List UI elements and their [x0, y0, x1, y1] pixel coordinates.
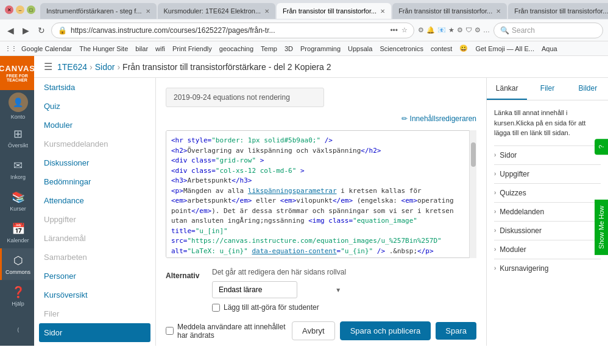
url-bar[interactable]: 🔒 https://canvas.instructure.com/courses… — [51, 23, 414, 38]
sidenav-diskussioner[interactable]: Diskussioner — [34, 153, 155, 172]
maximize-button[interactable]: □ — [27, 5, 35, 14]
inbox-icon: ✉ — [13, 159, 23, 172]
bookmark-3d[interactable]: 3D — [281, 44, 296, 54]
bookmark-print[interactable]: Print Friendly — [169, 44, 215, 54]
bookmark-hunger-site[interactable]: The Hunger Site — [76, 44, 131, 54]
html-editor[interactable]: <hr style="border: 1px solid#5b9aa0;" />… — [166, 130, 476, 258]
expand-uppgifter-label: Uppgifter — [500, 170, 529, 178]
nav-item-inbox[interactable]: ✉ Inkorg — [0, 153, 34, 185]
bookmark-aqua[interactable]: Aqua — [539, 44, 560, 54]
browser-extension-icons: ⚙🔔📧★⚙🛡⚙… — [418, 26, 490, 34]
expand-moduler[interactable]: › Moduler — [494, 240, 601, 259]
todo-checkbox-row: Lägg till att-göra för studenter — [212, 303, 346, 312]
bookmark-programming[interactable]: Programming — [297, 44, 344, 54]
notify-checkbox[interactable] — [166, 327, 174, 335]
hamburger-menu[interactable]: ☰ — [44, 61, 52, 72]
security-icon: 🔒 — [58, 26, 67, 35]
sidenav-attendance[interactable]: Attendance — [34, 191, 155, 210]
tab-4[interactable]: Från transistor till transistorfor... ✕ — [392, 3, 507, 19]
expand-quizzes[interactable]: › Quizzes — [494, 183, 601, 202]
bookmark-contest[interactable]: contest — [428, 44, 455, 54]
nav-collapse[interactable]: ⟨ — [0, 314, 34, 346]
search-bar[interactable]: 🔍 Search — [493, 23, 603, 38]
tab-1[interactable]: Instrumentförstärkaren - steg f... ✕ — [40, 3, 157, 19]
show-me-how-button[interactable]: Show Me How — [595, 200, 608, 255]
sidenav-quiz[interactable]: Quiz — [34, 97, 155, 116]
nav-label-inbox: Inkorg — [10, 174, 26, 180]
sidenav-sidor[interactable]: Sidor — [39, 323, 150, 342]
sidenav-startsida[interactable]: Startsida — [34, 78, 155, 97]
nav-label-help: Hjälp — [12, 301, 24, 307]
expand-meddelanden[interactable]: › Meddelanden — [494, 202, 601, 221]
editor-scrollbar[interactable] — [469, 130, 476, 258]
tab-3-close[interactable]: ✕ — [380, 8, 385, 15]
tab-2[interactable]: Kursmoduler: 1TE624 Elektron... ✕ — [158, 3, 276, 19]
forward-button[interactable]: ▶ — [20, 24, 32, 37]
sidenav-kursoversikt[interactable]: Kursöversikt — [34, 285, 155, 304]
nav-item-commons[interactable]: ⬡ Commons — [0, 248, 34, 280]
bookmark-geocaching[interactable]: geocaching — [216, 44, 256, 54]
collapse-icon: ⟨ — [17, 327, 19, 333]
bookmark-uppsala[interactable]: Uppsala — [345, 44, 375, 54]
nav-label-account: Konto — [11, 114, 26, 120]
bookmark-wifi[interactable]: wifi — [152, 44, 168, 54]
nav-item-courses[interactable]: 📚 Kurser — [0, 185, 34, 217]
save-publish-button[interactable]: Spara och publicera — [340, 321, 431, 340]
reload-button[interactable]: ↻ — [35, 24, 48, 37]
save-button[interactable]: Spara — [436, 322, 476, 340]
bookmarks-bar: ⋮⋮ Google Calendar The Hunger Site bilar… — [0, 41, 608, 56]
bookmark-emoji[interactable]: 😀 — [456, 43, 471, 54]
bookmark-google-calendar[interactable]: Google Calendar — [18, 44, 75, 54]
sidenav-filer: Filer — [34, 304, 155, 323]
tab-files[interactable]: Filer — [527, 78, 567, 100]
role-dropdown[interactable]: Alla Endast lärare Administratörer — [212, 281, 297, 298]
help-sidebar-button[interactable]: ? — [595, 139, 608, 155]
tab-1-label: Instrumentförstärkaren - steg f... — [46, 7, 142, 15]
tab-1-close[interactable]: ✕ — [146, 8, 150, 15]
todo-checkbox-label: Lägg till att-göra för studenter — [224, 303, 319, 312]
bookmark-bilar[interactable]: bilar — [132, 44, 151, 54]
bookmark-get-emoji[interactable]: Get Emoji — All E... — [472, 44, 537, 54]
nav-label-commons: Commons — [5, 269, 30, 275]
expand-uppgifter[interactable]: › Uppgifter — [494, 164, 601, 183]
edit-link-text[interactable]: Innehållsredigeraren — [410, 114, 476, 123]
scrollbar-thumb[interactable] — [471, 142, 476, 167]
tab-5[interactable]: Från transistor till transistorfor... ✕ — [508, 3, 608, 19]
expand-kursnavigering-label: Kursnavigering — [500, 264, 548, 273]
edit-link[interactable]: ✏ Innehållsredigeraren — [166, 114, 476, 123]
sidenav-personer[interactable]: Personer — [34, 267, 155, 285]
sidenav-bedomningar[interactable]: Bedömningar — [34, 172, 155, 191]
breadcrumb-course[interactable]: 1TE624 — [57, 62, 87, 72]
breadcrumb-section[interactable]: Sidor — [95, 62, 115, 72]
tab-3[interactable]: Från transistor till transistorfor... ✕ — [277, 3, 391, 19]
nav-item-account[interactable]: 👤 Konto — [0, 90, 34, 122]
back-button[interactable]: ◀ — [5, 24, 16, 37]
tab-links[interactable]: Länkar — [487, 78, 527, 100]
bookmark-sciencetronics[interactable]: Sciencetronics — [376, 44, 426, 54]
expand-meddelanden-label: Meddelanden — [500, 208, 544, 216]
nav-item-overview[interactable]: ⊞ Översikt — [0, 122, 34, 153]
bookmark-star[interactable]: ☆ — [401, 26, 408, 34]
todo-checkbox[interactable] — [212, 304, 220, 312]
cancel-button[interactable]: Avbryt — [292, 321, 335, 340]
browser-titlebar: ✕ – □ Instrumentförstärkaren - steg f...… — [0, 0, 608, 19]
html-editor-content: <hr style="border: 1px solid#5b9aa0;" />… — [171, 136, 471, 258]
close-button[interactable]: ✕ — [5, 5, 13, 14]
tab-images[interactable]: Bilder — [568, 78, 608, 100]
expand-sidor[interactable]: › Sidor — [494, 145, 601, 164]
sidenav-moduler[interactable]: Moduler — [34, 116, 155, 135]
expand-kursnavigering[interactable]: › Kursnavigering — [494, 259, 601, 278]
nav-item-help[interactable]: ❓ Hjälp — [0, 280, 34, 312]
help-icon: ❓ — [12, 285, 25, 299]
expand-diskussioner[interactable]: › Diskussioner — [494, 221, 601, 240]
sidenav-kursmeddelanden: Kursmeddelanden — [34, 135, 155, 153]
minimize-button[interactable]: – — [16, 5, 24, 14]
avatar-icon: 👤 — [13, 97, 23, 107]
tab-4-close[interactable]: ✕ — [496, 8, 501, 15]
bookmark-temp[interactable]: Temp — [258, 44, 280, 54]
tab-2-close[interactable]: ✕ — [264, 8, 269, 15]
url-extra-btn[interactable]: ••• — [390, 26, 398, 35]
chevron-right-icon-quizzes: › — [494, 189, 496, 196]
nav-item-calendar[interactable]: 📅 Kalender — [0, 217, 34, 248]
right-tabs: Länkar Filer Bilder — [487, 78, 608, 100]
